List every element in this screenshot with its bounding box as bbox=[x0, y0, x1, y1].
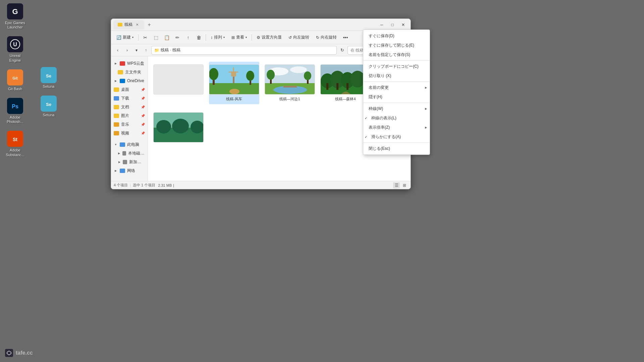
rotate-right-button[interactable]: ↻ 向右旋转 bbox=[313, 33, 339, 42]
minimize-button[interactable]: ─ bbox=[377, 20, 386, 29]
photoshop-label: AdobePhotosh... bbox=[7, 115, 23, 124]
copy-button[interactable]: ⬚ bbox=[151, 33, 161, 42]
menu-separator-1 bbox=[363, 60, 430, 61]
show-frame-check: ✓ bbox=[365, 116, 367, 120]
rename-button[interactable]: ✏ bbox=[173, 33, 182, 42]
svg-text:St: St bbox=[13, 137, 17, 142]
path-folder-icon: 📁 bbox=[154, 48, 159, 53]
sidebar-item-onedrive[interactable]: ▶ OneDrive bbox=[111, 76, 148, 85]
desktop-icon-setuna1[interactable]: Se Setuna bbox=[37, 67, 60, 89]
svg-text:Git: Git bbox=[12, 76, 18, 80]
local-c-expand-icon: ▶ bbox=[118, 151, 120, 155]
sidebar-item-new-d[interactable]: ▶ 新加卷 (D:) bbox=[111, 158, 148, 166]
forward-button[interactable]: › bbox=[123, 46, 131, 54]
maximize-button[interactable]: □ bbox=[388, 20, 397, 29]
title-bar: 线稿 ✕ + ─ □ ✕ bbox=[111, 19, 411, 31]
delete-button[interactable]: 🗑 bbox=[194, 33, 204, 42]
desktop-icon-setuna2[interactable]: Se Setuna bbox=[37, 96, 60, 117]
toolbar-sep1 bbox=[138, 34, 139, 41]
sidebar-item-this-pc[interactable]: ▼ 此电脑 bbox=[111, 140, 148, 149]
sidebar-item-documents[interactable]: 文档 📌 bbox=[111, 103, 148, 111]
svg-text:Ps: Ps bbox=[12, 104, 18, 109]
file-item-2[interactable]: 线稿-风车 bbox=[209, 62, 259, 104]
sidebar: ▶ WPS云盘 主文件夹 ▶ OneDrive 桌 bbox=[111, 56, 148, 181]
paste-button[interactable]: 📋 bbox=[162, 33, 171, 42]
new-tab-button[interactable]: + bbox=[145, 21, 153, 29]
menu-item-copy-clipboard[interactable]: クリップボードにコピー(C) bbox=[363, 62, 430, 71]
smooth-check: ✓ bbox=[365, 135, 367, 139]
sidebar-item-desktop[interactable]: 桌面 📌 bbox=[111, 85, 148, 94]
svg-point-51 bbox=[172, 119, 189, 133]
menu-item-hide[interactable]: 隠す(H) bbox=[363, 92, 430, 102]
menu-item-frame[interactable]: 枠線(W) bbox=[363, 104, 430, 113]
watermark-logo bbox=[5, 349, 13, 357]
address-path[interactable]: 📁 线稿 › 线稿 bbox=[151, 46, 337, 55]
file-name-2: 线稿-风车 bbox=[226, 97, 242, 102]
cut-button[interactable]: ✂ bbox=[141, 33, 150, 42]
menu-item-save-now[interactable]: すぐに保存(D) bbox=[363, 31, 430, 41]
more-button[interactable]: ••• bbox=[341, 33, 350, 42]
new-button[interactable]: 🔄 新建 ▾ bbox=[114, 33, 136, 42]
file-item-1[interactable] bbox=[153, 62, 204, 104]
sidebar-item-videos[interactable]: 视频 📌 bbox=[111, 129, 148, 137]
up-button[interactable]: ↑ bbox=[142, 46, 150, 54]
menu-save-name-label: 名前を指定して保存(S) bbox=[369, 52, 410, 58]
substance-label: AdobeSubstanc... bbox=[6, 148, 24, 157]
desktop-icon-git-bash[interactable]: Git Git Bash bbox=[3, 69, 27, 91]
menu-item-close[interactable]: 閉じる(Esc) bbox=[363, 144, 430, 153]
menu-save-close-label: すぐに保存して閉じる(E) bbox=[369, 43, 414, 48]
wps-cloud-icon bbox=[120, 61, 125, 66]
new-d-icon bbox=[123, 160, 127, 164]
close-button[interactable]: ✕ bbox=[398, 20, 408, 29]
refresh-button[interactable]: ↻ bbox=[338, 46, 346, 54]
file-thumbnail-1 bbox=[153, 64, 204, 95]
sidebar-item-network[interactable]: ▶ 网络 bbox=[111, 166, 148, 175]
desktop-icon-epic-games[interactable]: G Epic GamesLauncher bbox=[3, 3, 27, 29]
menu-display-ratio-label: 表示倍率(Z) bbox=[369, 125, 390, 130]
local-c-icon bbox=[122, 151, 126, 156]
sidebar-item-music[interactable]: 音乐 📌 bbox=[111, 120, 148, 129]
menu-item-save-name[interactable]: 名前を指定して保存(S) bbox=[363, 50, 430, 59]
rotate-right-icon: ↻ bbox=[316, 35, 319, 40]
view-button[interactable]: ⊞ 查看 ▾ bbox=[229, 33, 250, 42]
desktop-icon-photoshop[interactable]: Ps AdobePhotosh... bbox=[3, 98, 27, 124]
menu-item-display-ratio[interactable]: 表示倍率(Z) bbox=[363, 123, 430, 132]
sidebar-item-local-c[interactable]: ▶ 本地磁盘 (C:) bbox=[111, 149, 148, 158]
menu-item-show-frame[interactable]: ✓ 枠線の表示(L) bbox=[363, 113, 430, 123]
svg-point-36 bbox=[304, 71, 311, 80]
sort-icon: ↕ bbox=[211, 35, 213, 40]
this-pc-icon bbox=[120, 142, 125, 147]
list-view-button[interactable]: ☰ bbox=[393, 182, 400, 188]
menu-separator-2 bbox=[363, 81, 430, 82]
sidebar-item-wps-cloud[interactable]: ▶ WPS云盘 bbox=[111, 59, 148, 68]
sidebar-item-home[interactable]: 主文件夹 bbox=[111, 68, 148, 76]
history-button[interactable]: ▾ bbox=[132, 46, 141, 54]
settings-label: 设置方向显 bbox=[262, 35, 282, 40]
desktop-icon-substance[interactable]: St AdobeSubstanc... bbox=[3, 131, 27, 157]
menu-item-cut[interactable]: 切り取り (X) bbox=[363, 71, 430, 80]
sort-button[interactable]: ↕ 排列 ▾ bbox=[208, 33, 227, 42]
setuna1-label: Setuna bbox=[43, 84, 55, 89]
menu-item-rename[interactable]: 名前の変更 bbox=[363, 83, 430, 92]
status-sep3: | bbox=[173, 183, 174, 187]
unreal-engine-label: UnrealEngine bbox=[9, 54, 21, 62]
svg-point-34 bbox=[267, 70, 275, 80]
settings-direction-button[interactable]: ⚙ 设置方向显 bbox=[254, 33, 284, 42]
file-item-5[interactable] bbox=[153, 110, 204, 147]
file-item-3[interactable]: 线稿—河边1 bbox=[265, 62, 315, 104]
desktop-icon-unreal-engine[interactable]: U UnrealEngine bbox=[3, 36, 27, 62]
back-button[interactable]: ‹ bbox=[114, 46, 122, 54]
pictures-label: 图片 bbox=[121, 113, 129, 119]
sidebar-item-pictures[interactable]: 图片 📌 bbox=[111, 111, 148, 120]
rotate-left-button[interactable]: ↺ 向左旋转 bbox=[286, 33, 312, 42]
svg-rect-37 bbox=[283, 86, 297, 87]
sidebar-item-downloads[interactable]: 下载 📌 bbox=[111, 94, 148, 103]
git-bash-label: Git Bash bbox=[8, 87, 22, 91]
tab-close-button[interactable]: ✕ bbox=[135, 22, 140, 27]
menu-item-save-close[interactable]: すぐに保存して閉じる(E) bbox=[363, 41, 430, 50]
share-button[interactable]: ↑ bbox=[183, 33, 193, 42]
menu-item-smooth[interactable]: ✓ 滑らかにする(A) bbox=[363, 132, 430, 141]
selected-count: 选中 1 个项目 bbox=[133, 183, 155, 188]
tab-xianggao[interactable]: 线稿 ✕ bbox=[114, 20, 144, 29]
grid-view-button[interactable]: ⊞ bbox=[401, 182, 408, 188]
